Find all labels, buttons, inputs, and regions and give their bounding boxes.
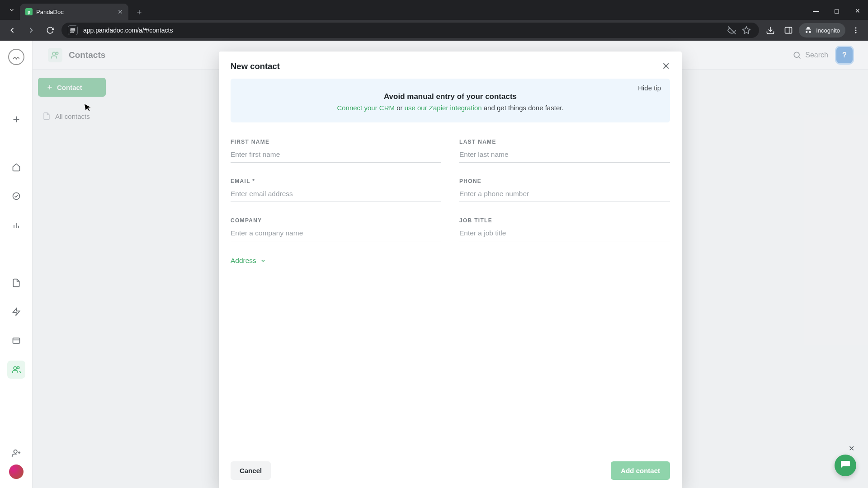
svg-point-20 [14,366,17,370]
incognito-label: Incognito [816,27,840,34]
incognito-chip[interactable]: Incognito [799,23,845,38]
address-bar[interactable]: app.pandadoc.com/a/#/contacts [61,23,759,38]
close-window-button[interactable]: ✕ [847,2,868,20]
maximize-button[interactable]: ◻ [826,2,847,20]
library-icon[interactable] [7,332,25,350]
minimize-button[interactable]: ― [806,2,826,20]
window-controls: ― ◻ ✕ [806,2,868,20]
browser-chrome: p PandaDoc ✕ ＋ ― ◻ ✕ app.pandadoc.com/a/… [0,0,868,41]
downloads-icon[interactable] [763,23,778,38]
modal-header: New contact ✕ [219,52,682,79]
user-avatar[interactable] [9,465,24,479]
first-name-label: FIRST NAME [231,139,441,145]
cancel-button[interactable]: Cancel [231,461,271,480]
contacts-icon[interactable] [7,361,25,379]
bookmark-star-icon[interactable] [740,26,753,35]
site-info-icon[interactable] [68,25,78,35]
company-field-group: COMPANY [231,217,441,241]
zapier-link[interactable]: use our Zapier integration [405,104,482,112]
company-input[interactable] [231,226,441,241]
workspace-avatar[interactable] [8,49,24,65]
incognito-icon [804,26,812,34]
templates-icon[interactable] [7,303,25,321]
hide-tip-button[interactable]: Hide tip [638,84,661,92]
contact-form: FIRST NAME LAST NAME EMAIL * PHONE [231,139,670,241]
reload-button[interactable] [42,23,58,38]
invite-user-icon[interactable] [11,448,21,458]
chat-icon [840,460,851,471]
nav-rail [0,41,33,488]
browser-toolbar: app.pandadoc.com/a/#/contacts Incognito [0,20,868,41]
email-input[interactable] [231,187,441,202]
home-icon[interactable] [7,158,25,176]
svg-rect-1 [71,30,75,31]
job-title-label: JOB TITLE [459,217,670,224]
tip-text: Connect your CRM or use our Zapier integ… [244,104,656,112]
email-field-group: EMAIL * [231,178,441,202]
chevron-down-icon [260,258,266,264]
side-panel-icon[interactable] [781,23,796,38]
phone-field-group: PHONE [459,178,670,202]
create-new-icon[interactable] [7,110,25,128]
close-modal-button[interactable]: ✕ [662,61,670,72]
main-column: Contacts Search ? Contact Al [33,41,868,488]
phone-input[interactable] [459,187,670,202]
tasks-icon[interactable] [7,187,25,205]
pandadoc-favicon-icon: p [25,8,33,15]
svg-rect-6 [785,27,792,33]
kebab-menu-icon[interactable] [848,23,863,38]
modal-title: New contact [231,61,280,71]
add-contact-button[interactable]: Add contact [611,461,670,480]
svg-point-13 [13,193,19,200]
eye-off-icon[interactable] [726,26,738,35]
browser-tab[interactable]: p PandaDoc ✕ [20,4,128,20]
new-tab-button[interactable]: ＋ [132,5,146,19]
svg-point-22 [14,450,17,453]
chat-close-icon[interactable]: ✕ [849,444,854,453]
url-text: app.pandadoc.com/a/#/contacts [83,27,173,34]
svg-rect-18 [13,338,19,343]
tip-tail: and get things done faster. [482,104,564,112]
tab-strip: p PandaDoc ✕ ＋ ― ◻ ✕ [0,0,868,20]
phone-label: PHONE [459,178,670,184]
close-tab-icon[interactable]: ✕ [118,8,123,15]
address-toggle[interactable]: Address [231,257,670,265]
tip-panel: Hide tip Avoid manual entry of your cont… [231,79,670,122]
modal-footer: Cancel Add contact [219,453,682,488]
svg-marker-17 [13,308,19,316]
last-name-field-group: LAST NAME [459,139,670,163]
job-title-input[interactable] [459,226,670,241]
tab-search-dropdown[interactable] [4,2,20,18]
first-name-input[interactable] [231,148,441,163]
chat-fab[interactable] [835,455,856,476]
tab-title: PandaDoc [36,9,64,15]
job-title-field-group: JOB TITLE [459,217,670,241]
svg-point-21 [17,366,19,369]
svg-point-8 [855,27,857,28]
new-contact-modal: New contact ✕ Hide tip Avoid manual entr… [219,52,682,488]
app-root: Contacts Search ? Contact Al [0,41,868,488]
email-label: EMAIL * [231,178,441,184]
company-label: COMPANY [231,217,441,224]
tip-or: or [395,104,405,112]
documents-icon[interactable] [7,274,25,292]
svg-point-10 [855,32,857,33]
connect-crm-link[interactable]: Connect your CRM [337,104,395,112]
svg-marker-4 [743,27,750,34]
svg-rect-0 [71,29,75,30]
tip-heading: Avoid manual entry of your contacts [244,92,656,101]
svg-point-9 [855,30,857,31]
last-name-label: LAST NAME [459,139,670,145]
reports-icon[interactable] [7,216,25,234]
last-name-input[interactable] [459,148,670,163]
svg-rect-2 [71,32,73,33]
address-toggle-label: Address [231,257,256,265]
forward-button[interactable] [24,23,39,38]
first-name-field-group: FIRST NAME [231,139,441,163]
back-button[interactable] [5,23,20,38]
